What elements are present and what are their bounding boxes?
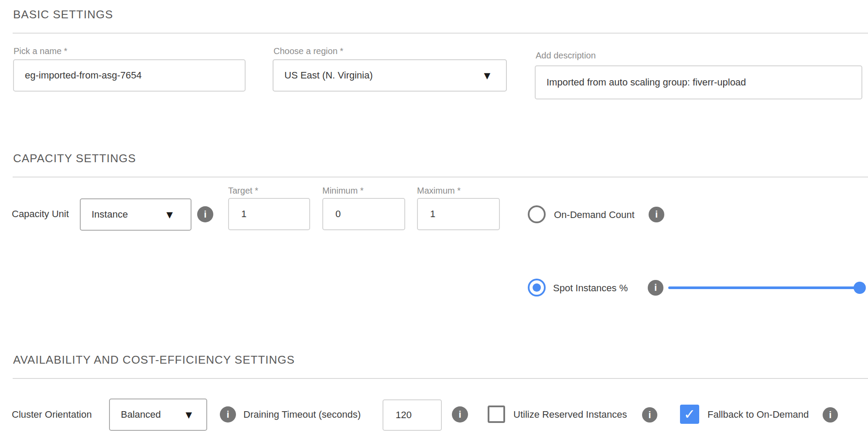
capacity-unit-selected-value: Instance (92, 209, 128, 220)
section-divider (13, 33, 868, 34)
info-icon[interactable]: i (197, 206, 213, 222)
basic-settings-title: BASIC SETTINGS (13, 8, 113, 21)
description-input[interactable] (535, 65, 862, 99)
utilize-reserved-instances-checkbox[interactable] (488, 406, 505, 423)
cluster-orientation-selected-value: Balanced (121, 409, 161, 420)
description-field-label: Add description (536, 51, 596, 61)
on-demand-count-label: On-Demand Count (554, 209, 635, 221)
target-field-label: Target * (228, 186, 258, 196)
region-selected-value: US East (N. Virginia) (284, 70, 373, 81)
info-icon[interactable]: i (823, 407, 838, 423)
info-icon[interactable]: i (648, 280, 663, 296)
spot-percentage-slider-track[interactable] (668, 286, 860, 289)
name-field-label: Pick a name * (14, 46, 67, 56)
capacity-unit-label: Capacity Unit (12, 208, 69, 220)
minimum-input[interactable] (322, 198, 405, 230)
info-icon-glyph: i (654, 283, 657, 293)
spot-instances-label: Spot Instances % (553, 283, 628, 294)
region-field-label: Choose a region * (273, 46, 343, 56)
chevron-down-icon: ▼ (185, 411, 192, 419)
info-icon[interactable]: i (220, 406, 236, 423)
on-demand-count-radio[interactable] (528, 205, 546, 223)
chevron-down-icon: ▼ (166, 211, 173, 219)
section-divider (13, 177, 868, 177)
info-icon-glyph: i (655, 210, 658, 219)
info-icon[interactable]: i (642, 407, 657, 423)
spot-percentage-slider-thumb[interactable] (854, 282, 866, 294)
cluster-orientation-select[interactable]: Balanced ▼ (109, 399, 207, 431)
region-select[interactable]: US East (N. Virginia) ▼ (273, 59, 507, 92)
info-icon[interactable]: i (452, 406, 468, 423)
info-icon-glyph: i (648, 410, 651, 420)
fallback-on-demand-checkbox[interactable]: ✓ (680, 405, 699, 424)
settings-form: BASIC SETTINGS Pick a name * Choose a re… (0, 0, 868, 443)
draining-timeout-label: Draining Timeout (seconds) (243, 409, 361, 420)
info-icon-glyph: i (829, 410, 831, 420)
utilize-reserved-instances-label: Utilize Reserved Instances (513, 409, 627, 420)
checkmark-icon: ✓ (684, 407, 696, 421)
maximum-field-label: Maximum * (417, 186, 461, 196)
minimum-field-label: Minimum * (322, 186, 363, 196)
spot-instances-radio[interactable] (528, 279, 546, 296)
draining-timeout-input[interactable] (383, 399, 442, 431)
chevron-down-icon: ▼ (484, 72, 490, 80)
name-input[interactable] (13, 59, 246, 92)
section-divider (13, 378, 868, 379)
maximum-input[interactable] (417, 198, 500, 230)
cluster-orientation-label: Cluster Orientation (12, 409, 92, 420)
info-icon[interactable]: i (649, 207, 664, 222)
info-icon-glyph: i (204, 210, 206, 219)
capacity-settings-title: CAPACITY SETTINGS (13, 152, 136, 165)
capacity-unit-select[interactable]: Instance ▼ (80, 198, 191, 231)
info-icon-glyph: i (458, 410, 461, 419)
info-icon-glyph: i (226, 410, 229, 419)
fallback-on-demand-label: Fallback to On-Demand (707, 409, 809, 420)
availability-settings-title: AVAILABILITY AND COST-EFFICIENCY SETTING… (13, 353, 295, 367)
target-input[interactable] (228, 198, 310, 230)
